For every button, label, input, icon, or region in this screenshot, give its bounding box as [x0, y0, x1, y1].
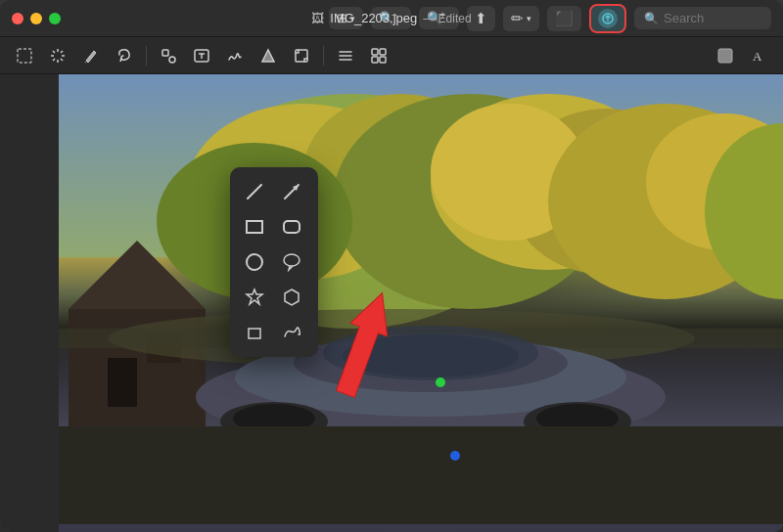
magic-wand-button[interactable] [43, 43, 72, 68]
svg-point-62 [247, 254, 262, 270]
left-sidebar [0, 74, 59, 532]
maximize-button[interactable] [49, 13, 61, 24]
pen-dropdown-button[interactable]: ✏ ▾ [503, 6, 539, 31]
svg-rect-24 [380, 57, 386, 63]
svg-line-8 [61, 51, 63, 53]
shape-line[interactable] [240, 177, 269, 206]
shape-speech-bubble[interactable] [277, 247, 306, 277]
svg-rect-17 [296, 50, 307, 62]
font-button[interactable]: A [744, 43, 773, 68]
shape-hexagon[interactable] [277, 283, 306, 312]
svg-line-9 [53, 59, 55, 61]
svg-rect-25 [718, 49, 732, 63]
main-window: 🖼 IMG_2203.jpeg — Edited ⊞ ▾ 🔍 − 🔍 + ⬆ [0, 0, 783, 532]
lasso-tool-button[interactable] [110, 43, 139, 68]
svg-point-63 [284, 254, 299, 266]
shape-rectangle[interactable] [240, 212, 269, 242]
markup-icon [598, 9, 618, 28]
crop-tool-button[interactable] [287, 43, 316, 68]
svg-rect-23 [372, 57, 378, 63]
menu-button[interactable] [331, 43, 360, 68]
color-picker-button[interactable] [711, 43, 740, 68]
svg-rect-11 [162, 50, 168, 56]
shape-star[interactable] [240, 283, 269, 312]
svg-line-7 [61, 59, 63, 61]
svg-point-49 [343, 334, 519, 377]
shape-freeform[interactable] [277, 318, 306, 347]
green-control-dot[interactable] [436, 377, 445, 387]
svg-marker-64 [247, 289, 262, 304]
traffic-lights [12, 13, 61, 24]
photo-background [59, 74, 783, 532]
svg-point-12 [169, 57, 175, 63]
stamp-button[interactable]: ⬛ [547, 6, 581, 31]
search-input[interactable] [664, 11, 761, 25]
shapes-tool-button[interactable] [154, 43, 183, 68]
svg-line-10 [120, 58, 121, 62]
svg-rect-30 [108, 358, 137, 407]
photo-trees-svg [59, 74, 783, 532]
brush-tool-button[interactable] [76, 43, 106, 68]
close-button[interactable] [12, 13, 23, 24]
shape-rounded-rectangle[interactable] [277, 212, 306, 242]
shape-arrow[interactable] [277, 177, 306, 206]
pen-icon: ✏ [511, 10, 524, 27]
search-box[interactable]: 🔍 [634, 7, 771, 29]
blue-control-dot[interactable] [450, 451, 460, 461]
minus-icon: − [392, 10, 397, 21]
view-mode-button[interactable] [364, 43, 393, 68]
adjust-tool-button[interactable] [253, 43, 283, 68]
markup-button[interactable] [589, 4, 626, 33]
svg-text:A: A [753, 49, 762, 64]
svg-rect-60 [247, 221, 262, 233]
signature-tool-button[interactable] [220, 43, 250, 68]
stamp-icon: ⬛ [555, 10, 574, 27]
svg-marker-16 [262, 50, 274, 62]
svg-rect-1 [18, 49, 31, 63]
share-icon: ⬆ [475, 10, 487, 27]
secondary-toolbar: A [0, 37, 783, 74]
canvas-area[interactable] [59, 74, 783, 532]
shape-small-square[interactable] [240, 318, 269, 347]
separator-2 [323, 46, 324, 66]
svg-line-57 [248, 185, 261, 199]
svg-rect-22 [380, 49, 386, 55]
separator-1 [146, 46, 147, 66]
svg-rect-61 [284, 221, 299, 233]
main-content [0, 74, 783, 532]
plus-icon: + [439, 10, 445, 21]
shapes-popup [230, 167, 318, 357]
svg-rect-21 [372, 49, 378, 55]
titlebar-right-controls: ⊞ ▾ 🔍 − 🔍 + ⬆ ✏ ▾ ⬛ [329, 4, 771, 33]
filename-label: IMG_2203.jpeg [330, 11, 417, 25]
svg-line-6 [53, 51, 55, 53]
shape-circle[interactable] [240, 247, 269, 277]
titlebar: 🖼 IMG_2203.jpeg — Edited ⊞ ▾ 🔍 − 🔍 + ⬆ [0, 0, 783, 37]
search-icon: 🔍 [644, 12, 659, 25]
svg-rect-66 [249, 329, 260, 338]
edited-badge: — Edited [423, 12, 471, 25]
minimize-button[interactable] [30, 13, 42, 24]
svg-rect-54 [59, 426, 783, 524]
file-type-icon: 🖼 [311, 11, 324, 25]
selection-tool-button[interactable] [10, 43, 39, 68]
chevron-down-icon: ▾ [527, 14, 531, 23]
text-tool-button[interactable] [187, 43, 216, 68]
svg-marker-65 [285, 289, 299, 305]
